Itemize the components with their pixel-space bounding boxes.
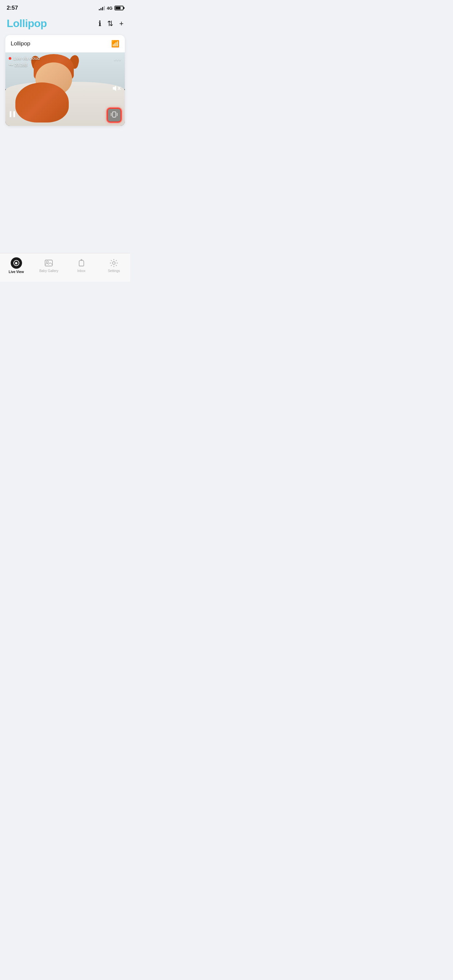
sound-wave-icon: 〜 — [9, 62, 13, 68]
app-header: Lollipop ℹ ⇅ + — [0, 14, 130, 35]
live-dot — [9, 57, 11, 60]
svg-rect-4 — [113, 112, 116, 117]
live-text: Live via cloud — [13, 56, 40, 61]
network-type: 4G — [107, 6, 113, 11]
svg-rect-3 — [13, 111, 15, 117]
live-badge: Live via cloud — [9, 56, 40, 61]
nav-label-inbox: Inbox — [78, 269, 86, 273]
status-icons: 4G — [99, 6, 124, 11]
vibrate-button[interactable] — [107, 108, 121, 123]
bottom-nav: Live View Baby Gallery Inbox — [0, 253, 130, 282]
info-button[interactable]: ℹ — [99, 19, 101, 28]
nav-item-baby-gallery[interactable]: Baby Gallery — [33, 258, 65, 273]
nav-label-live-view: Live View — [9, 270, 24, 274]
svg-point-10 — [113, 262, 115, 264]
add-button[interactable]: + — [119, 19, 124, 28]
sort-button[interactable]: ⇅ — [107, 19, 113, 28]
nav-label-settings: Settings — [108, 269, 120, 273]
svg-rect-2 — [10, 111, 11, 117]
battery-icon — [114, 6, 124, 10]
live-view-icon-dot — [15, 262, 17, 264]
settings-icon — [109, 258, 119, 268]
camera-card: Lollipop 📶 Live via cloud 〜 23.2dB ··· — [5, 35, 125, 126]
status-time: 2:57 — [7, 5, 18, 11]
live-view-icon — [11, 257, 22, 269]
vibrate-icon — [111, 111, 118, 120]
pause-button[interactable] — [9, 110, 16, 120]
sound-level: 〜 23.2dB — [9, 62, 40, 68]
video-more-options[interactable]: ··· — [114, 56, 121, 64]
live-view-icon-ring — [13, 260, 19, 266]
svg-rect-8 — [45, 260, 52, 266]
nav-item-settings[interactable]: Settings — [98, 258, 130, 273]
camera-name: Lollipop — [11, 40, 30, 47]
nav-item-inbox[interactable]: Inbox — [65, 258, 98, 273]
video-feed[interactable]: Live via cloud 〜 23.2dB ··· — [5, 52, 125, 126]
camera-card-header: Lollipop 📶 — [5, 35, 125, 52]
svg-point-9 — [46, 261, 48, 263]
sound-level-value: 23.2dB — [15, 63, 27, 67]
nav-label-baby-gallery: Baby Gallery — [40, 269, 59, 273]
main-content — [0, 126, 130, 253]
header-actions: ℹ ⇅ + — [99, 19, 124, 28]
video-overlay-top: Live via cloud 〜 23.2dB — [9, 56, 40, 68]
inbox-icon — [77, 258, 86, 268]
more-dots-icon[interactable]: ··· — [114, 56, 121, 63]
app-title: Lollipop — [7, 18, 47, 30]
nav-item-live-view[interactable]: Live View — [0, 257, 33, 274]
svg-point-5 — [114, 117, 114, 118]
mute-button[interactable] — [112, 85, 121, 94]
status-bar: 2:57 4G — [0, 0, 130, 14]
baby-gallery-icon — [44, 258, 53, 268]
signal-bars-icon — [99, 6, 105, 10]
video-controls-bottom — [9, 108, 121, 123]
wifi-icon: 📶 — [111, 40, 119, 48]
